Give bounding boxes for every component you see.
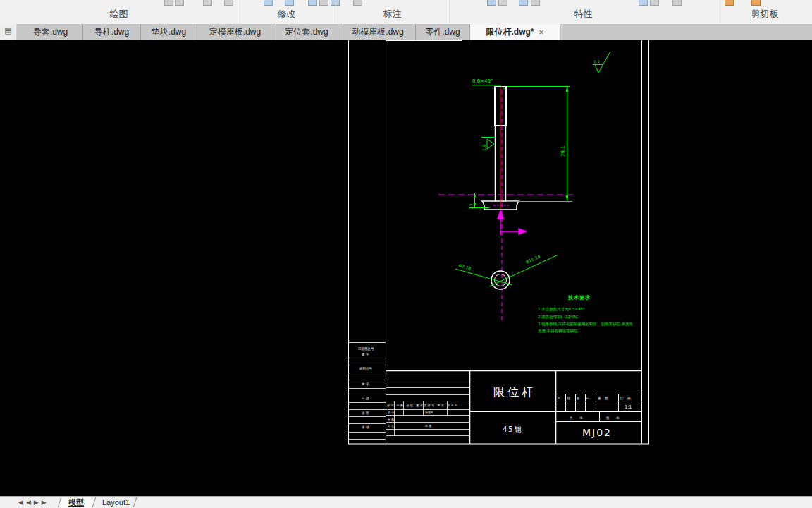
material: 45钢 — [503, 425, 523, 433]
weight-label: 重 量 — [598, 396, 609, 400]
margin-sign2-label: 签 字 — [362, 382, 369, 386]
toolbar-icon-fragment[interactable] — [203, 0, 212, 6]
process-label: 工 艺 — [388, 424, 394, 428]
ribbon-group-properties: 特性 — [449, 7, 718, 23]
tab-close-icon[interactable]: × — [539, 28, 543, 37]
diameter-large: Φ11.14 — [524, 253, 541, 265]
margin-no-label: 底图总号 — [359, 367, 373, 370]
note-line-2: 2.调质处理28~32HRC — [538, 315, 579, 320]
tab-xianweigan-dwg-active[interactable]: 限位杆.dwg* × — [470, 24, 560, 40]
roughness-general-value: 1.1 — [593, 59, 601, 64]
stage-label: 阶段标记 — [558, 396, 596, 401]
standardize-label: 标准化 — [425, 411, 433, 415]
sheet-frame — [348, 40, 649, 445]
margin-date-label: 日 期 — [362, 397, 369, 400]
margin-old-no-label: 旧底图总号 — [358, 346, 374, 351]
dimension-arrows — [474, 86, 569, 207]
tab-dingmozuoban-dwg[interactable]: 定模座板.dwg — [197, 24, 273, 40]
ucs-icon — [498, 211, 526, 235]
tab-daotao-dwg[interactable]: 导套.dwg — [18, 24, 83, 40]
ribbon: 绘图 修改 标注 特性 剪切板 — [0, 0, 812, 24]
approve-label: 批 准 — [425, 424, 431, 428]
note-line-3: 3.锐角倒钝,不得有影响使用的裂纹、划痕等缺陷,表面应 — [538, 322, 634, 327]
toolbar-icon-fragment[interactable] — [725, 0, 734, 6]
tab-daozhu-dwg[interactable]: 导柱.dwg — [83, 24, 141, 40]
paste-tool-icon[interactable]: ▤ — [2, 25, 14, 36]
drawing-canvas[interactable]: 旧底图总号 签 字 底图总号 签 字 日 期 描 图 描 校 — [0, 40, 812, 496]
tab-dingweitao-dwg[interactable]: 定位套.dwg — [273, 24, 340, 40]
toolbar-icon-fragment[interactable] — [650, 0, 659, 6]
sheet-total-label: 共 张 — [570, 416, 585, 420]
margin-sign-label: 签 字 — [362, 353, 369, 356]
toolbar-icon-fragment[interactable] — [264, 0, 273, 6]
layout-nav-buttons[interactable]: ◀◀▶▶ — [18, 497, 49, 508]
toolbar-icon-fragment[interactable] — [175, 0, 184, 6]
scale-value: 1:1 — [625, 404, 632, 410]
toolbar-icon-fragment[interactable] — [308, 0, 317, 6]
margin-trace-label: 描 图 — [361, 411, 369, 415]
toolbar-icon-fragment[interactable] — [531, 0, 540, 6]
length-dim: 79.1 — [560, 145, 566, 157]
sheet-no-label: 第 张 — [606, 416, 622, 420]
toolbar-icon-fragment[interactable] — [164, 0, 173, 6]
scale-label: 比 例 — [620, 397, 632, 401]
ribbon-group-clipboard: 剪切板 — [718, 7, 812, 23]
drawing-number: MJ02 — [582, 427, 612, 438]
toolbar-icon-fragment[interactable] — [672, 0, 682, 6]
toolbar-icon-fragment[interactable] — [487, 0, 496, 6]
ribbon-separator — [336, 0, 336, 23]
note-line-4: 光滑,不得有锈蚀等缺陷 — [538, 329, 578, 334]
tab-lingjian-dwg[interactable]: 零件.dwg — [416, 24, 470, 40]
section-view — [455, 255, 558, 289]
layout-tab-bar: ◀◀▶▶ 模型 Layout1 — [0, 496, 812, 508]
design-label: 设 计 — [388, 411, 394, 414]
chamfer-dim: 0.6×45° — [472, 78, 493, 84]
note-line-1: 1.未注倒角尺寸为0.5×45° — [538, 307, 585, 312]
toolbar-icon-fragment[interactable] — [224, 0, 233, 6]
toolbar-icon-fragment[interactable] — [639, 0, 648, 6]
diameter-small: Φ7.78 — [458, 262, 472, 271]
flange-dim: 5 — [468, 203, 473, 206]
file-tab-bar: 导套.dwg 导柱.dwg 垫块.dwg 定模座板.dwg 定位套.dwg 动模… — [0, 24, 812, 40]
notes-title: 技术要求 — [567, 294, 591, 301]
margin-check-label: 描 校 — [361, 425, 369, 429]
toolbar-icon-fragment[interactable] — [519, 0, 528, 6]
audit-label: 审 核 — [388, 418, 394, 421]
change-row-labels: 标记 处数 分区 更改文件号 签名 年月日 — [387, 404, 459, 408]
toolbar-icon-fragment[interactable] — [498, 0, 508, 6]
ribbon-group-dimension: 标注 — [336, 7, 449, 23]
tab-diankuai-dwg[interactable]: 垫块.dwg — [141, 24, 197, 40]
toolbar-icon-fragment[interactable] — [353, 0, 362, 6]
ribbon-separator — [449, 0, 450, 23]
toolbar-icon-fragment[interactable] — [751, 0, 761, 6]
ribbon-separator — [718, 0, 718, 23]
active-tab-label: 限位杆.dwg* — [486, 24, 534, 40]
tab-model[interactable]: 模型 — [61, 497, 91, 508]
tab-layout1[interactable]: Layout1 — [95, 497, 137, 508]
ribbon-group-modify: 修改 — [238, 7, 336, 23]
roughness-shaft-value: 1.6 — [481, 144, 486, 151]
toolbar-icon-fragment[interactable] — [319, 0, 328, 6]
margin-tables — [348, 343, 386, 440]
part-name: 限位杆 — [493, 385, 536, 399]
ribbon-separator — [238, 0, 238, 23]
toolbar-icon-fragment[interactable] — [285, 0, 294, 6]
ribbon-group-draw: 绘图 — [0, 7, 238, 23]
tab-dongmozuoban-dwg[interactable]: 动模座板.dwg — [340, 24, 416, 40]
